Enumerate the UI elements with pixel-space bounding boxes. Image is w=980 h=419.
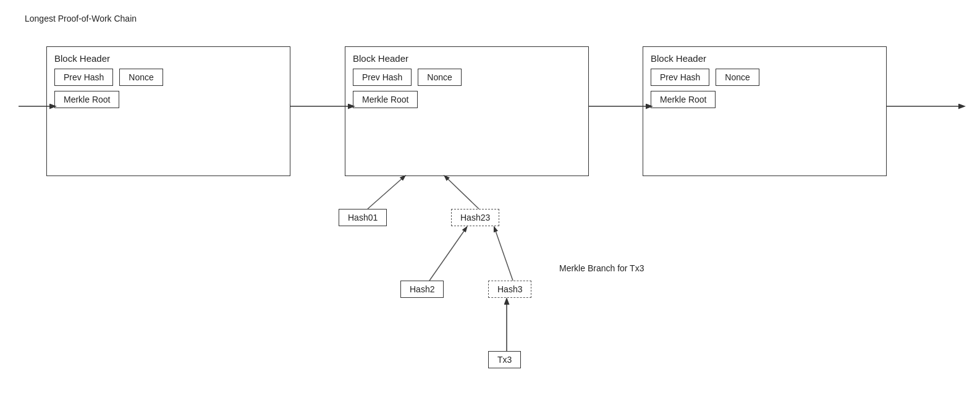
block1-prev-hash: Prev Hash [54, 69, 113, 86]
hash3-box: Hash3 [488, 281, 531, 298]
svg-line-4 [368, 176, 405, 209]
block2-nonce: Nonce [418, 69, 461, 86]
svg-line-6 [429, 227, 467, 281]
svg-line-7 [494, 227, 513, 281]
block2: Block Header Prev Hash Nonce Merkle Root [345, 46, 589, 176]
block1-merkle-root: Merkle Root [54, 91, 119, 108]
block3-merkle-root: Merkle Root [651, 91, 716, 108]
block1: Block Header Prev Hash Nonce Merkle Root [46, 46, 290, 176]
merkle-branch-label: Merkle Branch for Tx3 [559, 263, 644, 273]
hash01-box: Hash01 [339, 209, 387, 226]
block3-prev-hash: Prev Hash [651, 69, 709, 86]
hash23-box: Hash23 [451, 209, 499, 226]
tx3-box: Tx3 [488, 351, 521, 368]
page-title: Longest Proof-of-Work Chain [25, 14, 137, 23]
hash2-box: Hash2 [400, 281, 444, 298]
block2-prev-hash: Prev Hash [353, 69, 412, 86]
block2-merkle-root: Merkle Root [353, 91, 418, 108]
block1-nonce: Nonce [119, 69, 163, 86]
block3-label: Block Header [651, 53, 879, 64]
svg-line-5 [445, 176, 479, 209]
block1-label: Block Header [54, 53, 282, 64]
block3: Block Header Prev Hash Nonce Merkle Root [643, 46, 887, 176]
block2-label: Block Header [353, 53, 581, 64]
block3-nonce: Nonce [716, 69, 759, 86]
